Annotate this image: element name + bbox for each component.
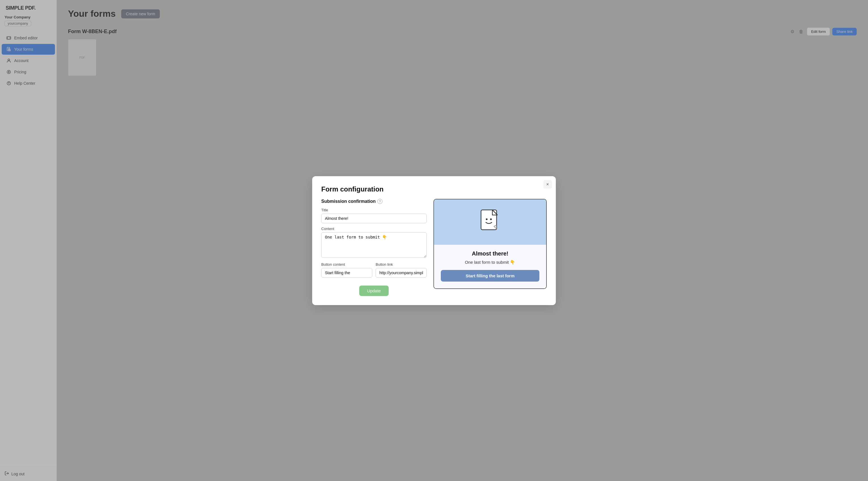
button-link-group: Button link (376, 262, 427, 281)
svg-point-9 (490, 218, 492, 220)
modal-preview-section: Almost there! One last form to submit 👇 … (433, 199, 547, 296)
preview-bottom: Almost there! One last form to submit 👇 … (434, 245, 546, 288)
modal-body: Submission confirmation ? Title Content … (321, 199, 547, 296)
button-link-input[interactable] (376, 268, 427, 278)
title-input[interactable] (321, 214, 427, 223)
preview-cta-button[interactable]: Start filling the last form (441, 270, 539, 282)
content-field-group: Content (321, 227, 427, 262)
preview-text: One last form to submit 👇 (441, 260, 539, 265)
button-content-label: Button content (321, 262, 372, 266)
svg-point-8 (486, 218, 488, 220)
content-textarea[interactable] (321, 232, 427, 258)
button-link-label: Button link (376, 262, 427, 266)
button-content-input[interactable] (321, 268, 372, 278)
modal-title: Form configuration (321, 185, 547, 193)
content-field-label: Content (321, 227, 427, 231)
modal-overlay: × Form configuration Submission confirma… (0, 0, 868, 481)
button-fields-row: Button content Button link (321, 262, 427, 281)
modal-close-button[interactable]: × (544, 180, 552, 189)
update-button[interactable]: Update (359, 286, 389, 296)
preview-heading: Almost there! (441, 250, 539, 257)
document-smiley-icon (479, 209, 501, 235)
section-title: Submission confirmation ? (321, 199, 427, 204)
modal: × Form configuration Submission confirma… (312, 176, 556, 305)
preview-card: Almost there! One last form to submit 👇 … (433, 199, 547, 289)
preview-top (434, 199, 546, 245)
modal-form-section: Submission confirmation ? Title Content … (321, 199, 427, 296)
title-field-group: Title (321, 208, 427, 227)
title-field-label: Title (321, 208, 427, 212)
button-content-group: Button content (321, 262, 372, 281)
help-tooltip-icon[interactable]: ? (377, 199, 382, 204)
